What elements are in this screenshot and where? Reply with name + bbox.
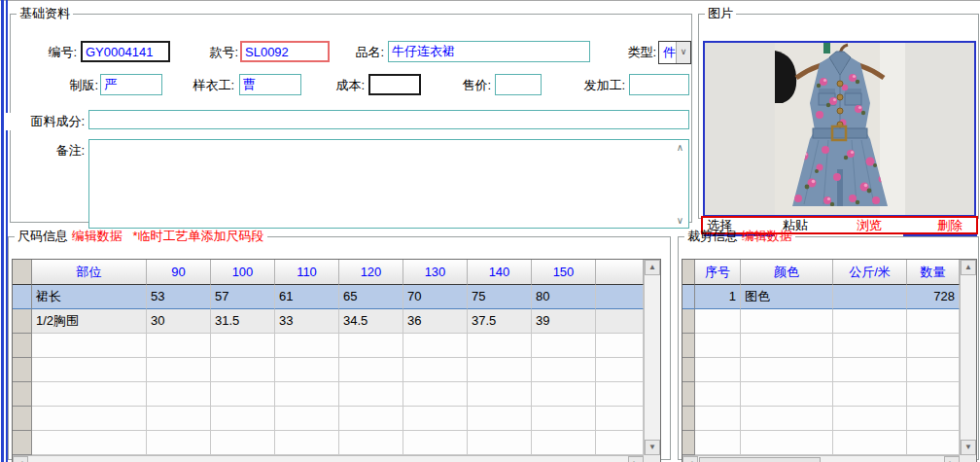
table-row[interactable] — [682, 431, 960, 455]
scroll-up-icon[interactable]: ∧ — [674, 142, 686, 153]
scroll-down-icon[interactable]: ▼ — [961, 440, 976, 455]
table-row[interactable] — [13, 431, 644, 455]
table-cell[interactable]: 34.5 — [339, 309, 403, 334]
table-cell[interactable]: 57 — [211, 285, 275, 309]
table-cell[interactable]: 80 — [532, 285, 596, 309]
table-cell[interactable] — [695, 358, 741, 382]
table-cell[interactable]: 图色 — [741, 285, 833, 309]
column-header[interactable]: 颜色 — [741, 260, 833, 285]
table-cell[interactable] — [275, 358, 339, 382]
table-cell[interactable]: 53 — [147, 285, 211, 309]
table-cell[interactable] — [275, 431, 339, 455]
table-cell[interactable] — [833, 431, 907, 455]
table-cell[interactable] — [532, 382, 596, 407]
table-cell[interactable] — [275, 407, 339, 431]
column-header[interactable]: 公斤/米 — [833, 260, 907, 285]
cutting-edit-data-link[interactable]: 编辑数据 — [742, 229, 792, 243]
table-row[interactable] — [682, 382, 960, 407]
scroll-right-icon[interactable]: ► — [628, 456, 644, 462]
column-header[interactable]: 100 — [211, 260, 275, 285]
table-cell[interactable] — [147, 431, 211, 455]
row-selector[interactable] — [682, 309, 695, 334]
column-header[interactable]: 140 — [468, 260, 532, 285]
table-cell[interactable] — [32, 431, 147, 455]
column-header[interactable]: 130 — [403, 260, 468, 285]
table-cell[interactable] — [695, 382, 741, 407]
table-cell[interactable] — [695, 334, 741, 358]
table-cell[interactable] — [907, 309, 960, 334]
row-selector[interactable] — [682, 334, 695, 358]
row-selector[interactable] — [13, 285, 32, 309]
chevron-down-icon[interactable]: ∨ — [676, 42, 690, 63]
table-cell[interactable] — [211, 334, 275, 358]
table-cell[interactable] — [532, 407, 596, 431]
table-cell[interactable] — [833, 334, 907, 358]
table-cell[interactable] — [468, 382, 532, 407]
table-cell[interactable] — [32, 358, 147, 382]
table-cell[interactable] — [468, 407, 532, 431]
table-cell[interactable]: 裙长 — [32, 285, 147, 309]
size-edit-data-link[interactable]: 编辑数据 — [72, 229, 122, 243]
pattern-maker-input[interactable] — [100, 74, 162, 95]
row-selector[interactable] — [13, 334, 32, 358]
size-vertical-scrollbar[interactable]: ▲ ▼ — [644, 260, 660, 455]
row-selector[interactable] — [682, 431, 695, 455]
scroll-down-icon[interactable]: ▼ — [645, 440, 660, 455]
table-row[interactable] — [13, 382, 644, 407]
table-row[interactable] — [682, 309, 960, 334]
table-cell[interactable] — [147, 358, 211, 382]
table-cell[interactable] — [532, 431, 596, 455]
table-cell[interactable] — [833, 309, 907, 334]
table-cell[interactable] — [741, 431, 833, 455]
cutting-vertical-scrollbar[interactable]: ▲ ▼ — [960, 260, 976, 455]
column-header[interactable]: 110 — [275, 260, 339, 285]
table-row[interactable] — [682, 407, 960, 431]
table-cell[interactable]: 30 — [147, 309, 211, 334]
table-cell[interactable]: 65 — [339, 285, 403, 309]
row-selector[interactable] — [13, 431, 32, 455]
table-cell[interactable] — [403, 334, 468, 358]
table-cell[interactable] — [468, 358, 532, 382]
table-cell[interactable] — [339, 334, 403, 358]
table-cell[interactable] — [403, 382, 468, 407]
table-cell[interactable] — [32, 382, 147, 407]
size-horizontal-scrollbar[interactable]: ◄ ► — [13, 455, 644, 462]
row-selector[interactable] — [682, 407, 695, 431]
table-cell[interactable] — [695, 431, 741, 455]
outsourcing-input[interactable] — [629, 74, 689, 95]
table-cell[interactable] — [339, 382, 403, 407]
table-cell[interactable]: 728 — [907, 285, 960, 309]
column-header[interactable]: 90 — [147, 260, 211, 285]
table-cell[interactable] — [532, 334, 596, 358]
table-cell[interactable] — [211, 431, 275, 455]
table-row[interactable] — [13, 407, 644, 431]
table-cell[interactable] — [147, 382, 211, 407]
scrollbar-thumb[interactable] — [699, 457, 821, 462]
table-cell[interactable] — [147, 334, 211, 358]
table-cell[interactable] — [741, 407, 833, 431]
table-cell[interactable] — [275, 334, 339, 358]
code-input[interactable] — [81, 41, 170, 62]
table-cell[interactable] — [32, 334, 147, 358]
row-selector[interactable] — [13, 382, 32, 407]
sample-worker-input[interactable] — [239, 74, 301, 95]
table-cell[interactable] — [339, 358, 403, 382]
table-cell[interactable]: 70 — [403, 285, 468, 309]
table-cell[interactable] — [211, 407, 275, 431]
row-selector[interactable] — [13, 358, 32, 382]
remark-textarea[interactable]: ∧ ∨ — [88, 139, 689, 229]
table-cell[interactable]: 33 — [275, 309, 339, 334]
table-cell[interactable] — [147, 407, 211, 431]
row-selector[interactable] — [682, 285, 695, 309]
scroll-up-icon[interactable]: ▲ — [645, 260, 660, 275]
row-selector[interactable] — [13, 407, 32, 431]
table-cell[interactable] — [741, 358, 833, 382]
table-cell[interactable] — [833, 382, 907, 407]
table-cell[interactable]: 1/2胸围 — [32, 309, 147, 334]
table-cell[interactable]: 36 — [403, 309, 468, 334]
table-cell[interactable] — [339, 407, 403, 431]
table-cell[interactable] — [403, 358, 468, 382]
table-cell[interactable] — [532, 358, 596, 382]
column-header[interactable]: 120 — [339, 260, 403, 285]
table-cell[interactable]: 39 — [532, 309, 596, 334]
